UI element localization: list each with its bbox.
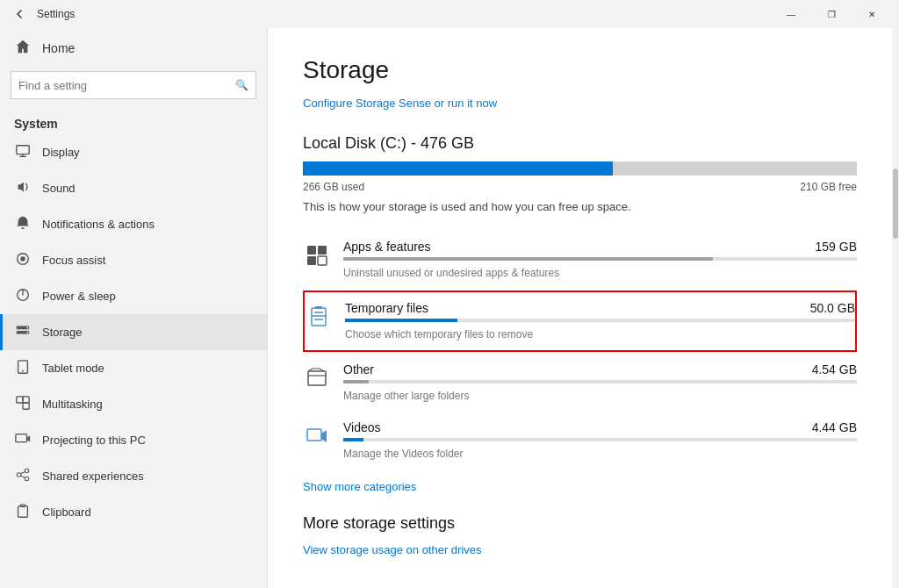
sidebar-item-clipboard[interactable]: Clipboard	[0, 494, 267, 530]
power-icon	[14, 287, 32, 305]
svg-point-4	[20, 256, 25, 261]
disk-free-label: 210 GB free	[800, 181, 857, 193]
videos-size: 4.44 GB	[812, 420, 857, 434]
temp-desc: Choose which temporary files to remove	[345, 328, 533, 341]
content-area: Storage Configure Storage Sense or run i…	[268, 28, 892, 588]
sidebar-item-power-label: Power & sleep	[42, 290, 116, 303]
disk-used-label: 266 GB used	[303, 181, 364, 193]
close-button[interactable]: ✕	[852, 0, 892, 28]
storage-icon	[14, 323, 32, 341]
svg-point-9	[27, 327, 29, 329]
tablet-icon	[14, 359, 32, 377]
videos-desc: Manage the Videos folder	[343, 448, 464, 460]
sidebar-section-title: System	[0, 110, 267, 134]
sidebar-item-focus[interactable]: Focus assist	[0, 242, 267, 278]
show-more-categories-link[interactable]: Show more categories	[303, 480, 416, 493]
sidebar-item-power[interactable]: Power & sleep	[0, 278, 267, 314]
window-controls: — ❐ ✕	[771, 0, 892, 28]
category-temp[interactable]: Temporary files 50.0 GB Choose which tem…	[305, 292, 855, 350]
multitasking-icon	[14, 395, 32, 413]
category-apps[interactable]: Apps & features 159 GB Uninstall unused …	[303, 231, 857, 289]
disk-title: Local Disk (C:) - 476 GB	[303, 134, 857, 153]
apps-content: Apps & features 159 GB Uninstall unused …	[343, 240, 857, 280]
sidebar-item-multitasking[interactable]: Multitasking	[0, 386, 267, 422]
more-storage-title: More storage settings	[303, 514, 857, 533]
other-size: 4.54 GB	[812, 362, 857, 376]
svg-point-17	[17, 473, 21, 477]
temp-bar	[345, 319, 855, 322]
scrollbar[interactable]	[892, 28, 899, 588]
back-button[interactable]	[7, 2, 32, 26]
svg-rect-24	[307, 246, 316, 255]
search-icon: 🔍	[235, 79, 248, 91]
sidebar-item-focus-label: Focus assist	[42, 254, 105, 267]
focus-icon	[14, 251, 32, 269]
sidebar-item-shared[interactable]: Shared experiences	[0, 458, 267, 494]
videos-content: Videos 4.44 GB Manage the Videos folder	[343, 420, 857, 461]
category-videos[interactable]: Videos 4.44 GB Manage the Videos folder	[303, 412, 857, 470]
sidebar-item-shared-label: Shared experiences	[42, 470, 144, 483]
other-name: Other	[343, 362, 374, 376]
sidebar-item-display-label: Display	[42, 146, 80, 159]
configure-storage-sense-link[interactable]: Configure Storage Sense or run it now	[303, 97, 497, 110]
sidebar-item-tablet[interactable]: Tablet mode	[0, 350, 267, 386]
other-bar	[343, 380, 857, 384]
svg-rect-34	[307, 429, 321, 441]
disk-section: Local Disk (C:) - 476 GB 266 GB used 210…	[303, 134, 857, 213]
apps-name: Apps & features	[343, 240, 431, 254]
svg-rect-32	[315, 306, 322, 309]
sidebar-item-tablet-label: Tablet mode	[42, 362, 104, 375]
svg-rect-22	[18, 506, 28, 518]
videos-icon	[303, 422, 331, 450]
svg-point-10	[27, 332, 29, 333]
sidebar-item-notifications[interactable]: Notifications & actions	[0, 206, 267, 242]
svg-rect-0	[17, 146, 29, 154]
sidebar-item-notifications-label: Notifications & actions	[42, 218, 155, 231]
view-storage-link[interactable]: View storage usage on other drives	[303, 543, 482, 556]
restore-button[interactable]: ❐	[811, 0, 852, 28]
temp-files-highlight-border: Temporary files 50.0 GB Choose which tem…	[303, 290, 857, 352]
page-title: Storage	[303, 56, 857, 84]
projecting-icon	[14, 431, 32, 449]
videos-name: Videos	[343, 420, 381, 434]
svg-rect-13	[17, 397, 23, 403]
sidebar-search-box[interactable]: 🔍	[11, 71, 256, 99]
svg-line-20	[20, 472, 25, 475]
sidebar-item-storage[interactable]: Storage	[0, 314, 267, 350]
svg-rect-33	[308, 371, 326, 385]
svg-rect-26	[307, 256, 316, 265]
temp-name: Temporary files	[345, 301, 428, 315]
disk-bar	[303, 161, 857, 176]
app-title: Settings	[32, 8, 771, 20]
sidebar-item-display[interactable]: Display	[0, 134, 267, 170]
videos-bar	[343, 438, 857, 441]
clipboard-icon	[14, 503, 32, 521]
sidebar-item-projecting[interactable]: Projecting to this PC	[0, 422, 267, 458]
other-icon	[303, 364, 331, 392]
sidebar-item-clipboard-label: Clipboard	[42, 506, 91, 519]
apps-desc: Uninstall unused or undesired apps & fea…	[343, 267, 559, 279]
sidebar-item-sound[interactable]: Sound	[0, 170, 267, 206]
sidebar-item-storage-label: Storage	[42, 326, 83, 339]
temp-icon	[305, 303, 333, 331]
disk-stats: 266 GB used 210 GB free	[303, 181, 857, 193]
apps-size: 159 GB	[816, 240, 857, 254]
disk-description: This is how your storage is used and how…	[303, 200, 857, 213]
svg-rect-16	[16, 434, 27, 442]
apps-icon	[303, 241, 331, 269]
sidebar-item-home[interactable]: Home	[0, 28, 267, 68]
sidebar: Home 🔍 System Display Sound Notific	[0, 28, 268, 588]
minimize-button[interactable]: —	[771, 0, 811, 28]
sidebar-item-multitasking-label: Multitasking	[42, 398, 103, 411]
svg-rect-28	[312, 308, 326, 326]
svg-rect-25	[318, 246, 327, 255]
svg-rect-14	[23, 403, 29, 409]
titlebar: Settings — ❐ ✕	[0, 0, 899, 28]
home-icon	[14, 39, 32, 57]
svg-rect-15	[23, 397, 29, 403]
category-other[interactable]: Other 4.54 GB Manage other large folders	[303, 354, 857, 412]
display-icon	[14, 143, 32, 161]
svg-line-21	[20, 476, 25, 478]
search-input[interactable]	[18, 79, 235, 92]
sidebar-item-projecting-label: Projecting to this PC	[42, 434, 146, 447]
